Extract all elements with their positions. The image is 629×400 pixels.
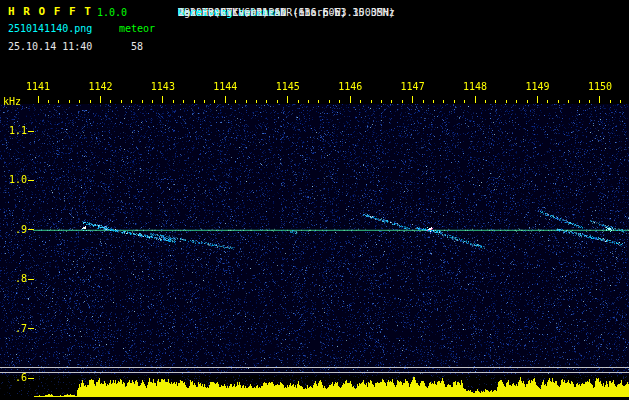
echo-count: 58 bbox=[131, 41, 143, 52]
mode-label: meteor bbox=[119, 23, 155, 34]
datetime-label: 25.10.14 11:40 bbox=[8, 41, 92, 52]
info-value: 2el-HB9CV Vertical (el. E-W) bbox=[178, 7, 347, 18]
app-title: H R O F F T bbox=[8, 6, 92, 17]
output-filename: 2510141140.png bbox=[8, 23, 92, 34]
spectrogram-canvas bbox=[0, 62, 629, 400]
app-version: 1.0.0 bbox=[97, 7, 127, 18]
hrofft-window: H R O F F T 1.0.0 2510141140.png meteor … bbox=[0, 0, 629, 400]
